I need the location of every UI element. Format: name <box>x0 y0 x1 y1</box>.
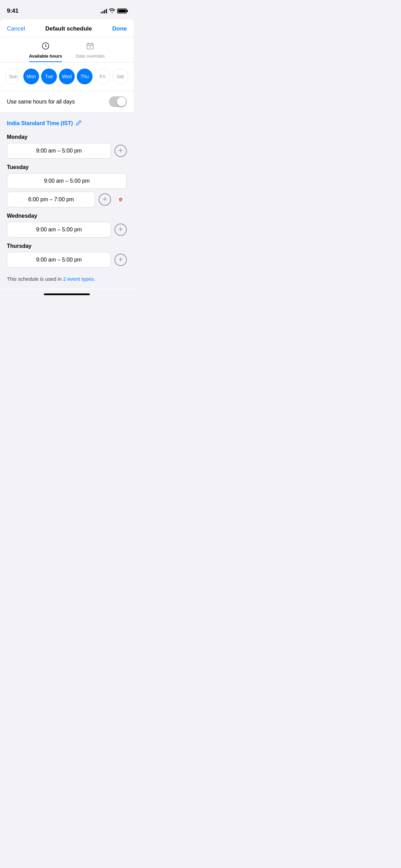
day-btn-thu[interactable]: Thu <box>77 69 93 84</box>
tuesday-label: Tuesday <box>7 164 127 170</box>
monday-add-btn[interactable]: + <box>114 145 127 157</box>
day-btn-sat[interactable]: Sat <box>112 69 128 84</box>
wednesday-time-1[interactable]: 9:00 am – 5:00 pm <box>7 222 111 238</box>
tab-date-overrides[interactable]: Date overrides <box>76 42 105 62</box>
home-indicator <box>0 289 134 298</box>
monday-slot-1: 9:00 am – 5:00 pm + <box>7 143 127 159</box>
footer-prefix: This schedule is used in <box>7 276 63 282</box>
thursday-row: Thursday 9:00 am – 5:00 pm + <box>7 243 127 268</box>
tuesday-delete-btn[interactable] <box>114 193 127 206</box>
day-btn-tue[interactable]: Tue <box>41 69 57 84</box>
done-button[interactable]: Done <box>112 25 127 32</box>
monday-time-1[interactable]: 9:00 am – 5:00 pm <box>7 143 111 159</box>
tab-available-hours[interactable]: Available hours <box>29 42 62 62</box>
day-btn-fri[interactable]: Fri <box>95 69 110 84</box>
tab-available-hours-label: Available hours <box>29 53 62 59</box>
status-time: 9:41 <box>7 8 19 14</box>
plus-icon: + <box>119 256 123 263</box>
wednesday-slot-1: 9:00 am – 5:00 pm + <box>7 222 127 238</box>
monday-label: Monday <box>7 134 127 140</box>
schedule-content: India Standard Time (IST) Monday 9:00 am… <box>0 113 134 289</box>
tuesday-row: Tuesday 9:00 am – 5:00 pm 6:00 pm – 7:00… <box>7 164 127 207</box>
event-types-link[interactable]: 2 event types. <box>63 276 95 282</box>
svg-point-2 <box>90 47 91 48</box>
plus-icon: + <box>103 195 107 203</box>
calendar-icon <box>86 42 94 51</box>
clock-icon <box>42 42 49 51</box>
tuesday-time-1[interactable]: 9:00 am – 5:00 pm <box>7 173 127 189</box>
day-btn-sun[interactable]: Sun <box>5 69 21 84</box>
plus-icon: + <box>119 226 123 233</box>
thursday-slot-1: 9:00 am – 5:00 pm + <box>7 252 127 268</box>
tabs-container: Available hours Date overrides <box>0 37 134 62</box>
thursday-label: Thursday <box>7 243 127 249</box>
sheet-title: Default schedule <box>45 25 92 32</box>
tuesday-slot-2: 6:00 pm – 7:00 pm + <box>7 192 127 207</box>
tab-date-overrides-label: Date overrides <box>76 53 105 59</box>
schedule-sheet: Cancel Default schedule Done Available h… <box>0 19 134 289</box>
wednesday-label: Wednesday <box>7 213 127 219</box>
same-hours-toggle-row: Use same hours for all days <box>0 91 134 113</box>
footer-note: This schedule is used in 2 event types. <box>7 276 127 282</box>
day-selector: Sun Mon Tue Wed Thu Fri Sat <box>0 62 134 91</box>
tuesday-add-btn[interactable]: + <box>99 193 111 206</box>
battery-icon <box>117 9 127 13</box>
toggle-knob <box>117 97 126 106</box>
edit-timezone-icon[interactable] <box>76 120 82 127</box>
same-hours-toggle[interactable] <box>109 96 127 107</box>
wednesday-add-btn[interactable]: + <box>114 224 127 236</box>
trash-icon <box>116 195 125 204</box>
timezone-label: India Standard Time (IST) <box>7 120 73 126</box>
day-btn-mon[interactable]: Mon <box>23 69 39 84</box>
wednesday-row: Wednesday 9:00 am – 5:00 pm + <box>7 213 127 238</box>
wifi-icon <box>109 8 115 14</box>
day-btn-wed[interactable]: Wed <box>59 69 75 84</box>
status-bar: 9:41 <box>0 0 134 17</box>
signal-bars-icon <box>101 9 107 13</box>
thursday-time-1[interactable]: 9:00 am – 5:00 pm <box>7 252 111 268</box>
plus-icon: + <box>119 147 123 154</box>
cancel-button[interactable]: Cancel <box>7 25 25 32</box>
same-hours-label: Use same hours for all days <box>7 99 75 105</box>
thursday-add-btn[interactable]: + <box>114 254 127 266</box>
timezone-row: India Standard Time (IST) <box>7 120 127 127</box>
status-icons <box>101 8 127 14</box>
home-bar <box>44 293 90 295</box>
tuesday-slot-1: 9:00 am – 5:00 pm <box>7 173 127 189</box>
monday-row: Monday 9:00 am – 5:00 pm + <box>7 134 127 159</box>
tuesday-time-2[interactable]: 6:00 pm – 7:00 pm <box>7 192 95 207</box>
svg-rect-3 <box>117 195 125 204</box>
sheet-header: Cancel Default schedule Done <box>0 19 134 37</box>
